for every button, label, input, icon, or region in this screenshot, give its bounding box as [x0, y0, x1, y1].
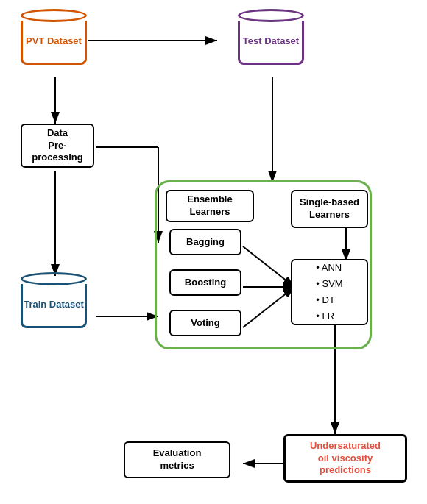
voting-box: Voting — [169, 310, 241, 336]
train-dataset-label: Train Dataset — [24, 299, 84, 311]
undersaturated-label: Undersaturated oil viscosity predictions — [310, 440, 381, 478]
bagging-box: Bagging — [169, 229, 241, 255]
train-dataset: Train Dataset — [21, 272, 87, 328]
boosting-box: Boosting — [169, 269, 241, 296]
diagram-container: PVT Dataset Test Dataset Train Dataset D… — [0, 0, 427, 504]
ann-svm-dt-lr-box: • ANN • SVM • DT • LR — [291, 259, 368, 325]
voting-label: Voting — [191, 317, 219, 330]
test-dataset: Test Dataset — [238, 9, 304, 65]
evaluation-metrics-box: Evaluation metrics — [124, 441, 230, 478]
ensemble-learners-label: Ensemble Learners — [187, 194, 232, 219]
data-preprocessing: Data Pre-processing — [21, 124, 94, 168]
single-based-learners-label: Single-based Learners — [300, 196, 359, 221]
test-dataset-label: Test Dataset — [243, 35, 299, 48]
pvt-dataset-label: PVT Dataset — [26, 35, 82, 48]
bagging-label: Bagging — [186, 236, 225, 249]
ensemble-learners: Ensemble Learners — [166, 190, 254, 222]
data-preprocessing-label: Data Pre-processing — [25, 127, 90, 165]
undersaturated-box: Undersaturated oil viscosity predictions — [283, 434, 407, 483]
single-based-learners: Single-based Learners — [291, 190, 368, 228]
evaluation-metrics-label: Evaluation metrics — [153, 447, 202, 472]
pvt-dataset: PVT Dataset — [21, 9, 87, 65]
ann-svm-dt-lr-label: • ANN • SVM • DT • LR — [316, 260, 342, 324]
boosting-label: Boosting — [185, 277, 226, 289]
